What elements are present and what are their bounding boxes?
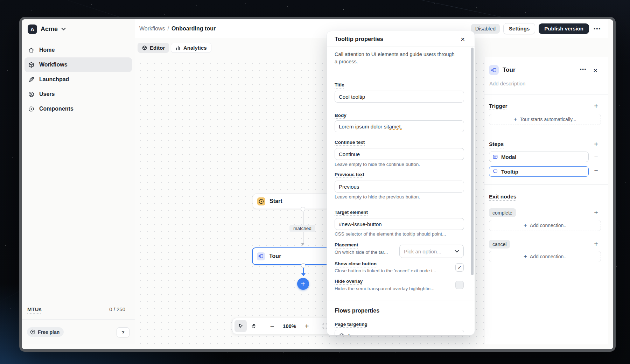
continue-input[interactable]: Continue: [335, 148, 464, 160]
target-help: CSS selector of the element the tooltip …: [335, 231, 465, 237]
breadcrumb-current: Onboarding tour: [172, 26, 216, 32]
title-input[interactable]: Cool tooltip: [335, 91, 464, 103]
modal-scrollbar[interactable]: [471, 48, 474, 275]
edge-arrowhead: [301, 243, 304, 246]
add-step-button[interactable]: +: [592, 140, 600, 148]
zoom-in-button[interactable]: +: [301, 320, 313, 332]
add-exit-connection-button[interactable]: +: [592, 240, 600, 248]
panel-close-button[interactable]: ×: [593, 66, 597, 74]
add-connection-button[interactable]: + Add connection..: [489, 220, 601, 231]
help-button[interactable]: ?: [117, 327, 130, 337]
node-start[interactable]: Start: [253, 194, 338, 209]
node-tour[interactable]: Tour: [252, 247, 338, 265]
tab-analytics-label: Analytics: [183, 45, 207, 51]
node-output-port[interactable]: [301, 263, 306, 268]
step-item-modal[interactable]: Modal: [489, 152, 589, 162]
panel-overflow-button[interactable]: ⋯: [579, 66, 587, 73]
continue-field-label: Continue text: [335, 140, 365, 145]
home-icon: [28, 47, 35, 54]
steps-heading: Steps: [489, 141, 504, 147]
chevron-down-icon: [455, 250, 459, 253]
add-description-field[interactable]: Add description: [489, 80, 525, 86]
page-targeting-input[interactable]: Any page: [335, 330, 464, 335]
free-plan-label: Free plan: [38, 329, 59, 335]
overflow-menu-button[interactable]: ⋯: [593, 25, 602, 32]
sidebar-item-label: Home: [39, 47, 55, 53]
divider: [22, 319, 135, 320]
target-field-label: Target element: [335, 210, 368, 215]
modal-close-button[interactable]: ×: [461, 35, 465, 43]
hide-overlay-checkbox[interactable]: [455, 281, 464, 289]
app-window: A Acme Home Workflows Launchpad Users: [19, 17, 616, 352]
previous-help: Leave empty to hide the previous button.: [335, 194, 465, 200]
step-item-tooltip[interactable]: Tooltip: [489, 166, 589, 177]
toolbar-divider: [316, 322, 316, 330]
plus-icon: +: [524, 222, 527, 229]
play-icon: [258, 198, 264, 204]
mtus-label: MTUs: [27, 306, 42, 312]
publish-version-button[interactable]: Publish version: [539, 23, 589, 34]
placement-field-label: Placement: [335, 242, 358, 247]
status-badge[interactable]: Disabled: [471, 24, 500, 34]
trigger-empty-button[interactable]: + Tour starts automatically...: [489, 114, 601, 125]
sidebar-item-launchpad[interactable]: Launchpad: [24, 72, 132, 87]
zoom-level: 100%: [279, 323, 300, 329]
select-tool-button[interactable]: [234, 320, 247, 332]
show-close-help: Close button is linked to the 'cancel' e…: [335, 268, 450, 273]
free-plan-badge[interactable]: Free plan: [27, 327, 64, 337]
pan-tool-button[interactable]: [248, 320, 260, 332]
show-close-checkbox[interactable]: ✓: [455, 263, 464, 272]
tour-icon: [258, 253, 264, 259]
sidebar-item-workflows[interactable]: Workflows: [24, 57, 132, 72]
sidebar-item-label: Components: [39, 106, 74, 112]
components-icon: [28, 106, 35, 112]
divider: [484, 184, 608, 185]
node-output-port[interactable]: [301, 207, 305, 211]
help-label: ?: [121, 330, 125, 335]
toolbar-divider: [263, 322, 263, 330]
mtus-usage: MTUs 0 / 250: [27, 306, 125, 312]
sidebar-item-home[interactable]: Home: [24, 43, 132, 57]
add-trigger-button[interactable]: +: [592, 102, 600, 110]
sidebar-item-components[interactable]: Components: [24, 102, 132, 116]
hide-overlay-help: Hides the semi-transparent overlay highl…: [335, 286, 450, 291]
plus-icon: +: [513, 116, 517, 123]
panel-title-row: Tour: [489, 65, 516, 75]
exit-node-complete: complete: [489, 208, 516, 217]
tour-icon-badge: [489, 65, 499, 75]
chevron-down-icon: [61, 28, 66, 31]
status-badge-label: Disabled: [475, 26, 496, 31]
title-field-label: Title: [335, 82, 344, 88]
add-connection-button[interactable]: + Add connection..: [489, 251, 601, 262]
sidebar-item-users[interactable]: Users: [24, 87, 132, 102]
user-circle-icon: [28, 91, 35, 98]
exit-node-cancel: cancel: [489, 240, 510, 248]
add-node-button[interactable]: +: [297, 278, 309, 290]
remove-step-button[interactable]: −: [592, 152, 600, 160]
remove-step-button[interactable]: −: [592, 167, 600, 175]
target-input[interactable]: #new-issue-button: [335, 218, 464, 230]
workspace-switcher[interactable]: A Acme: [28, 24, 66, 34]
settings-button[interactable]: Settings: [503, 23, 535, 34]
title-value: Cool tooltip: [339, 94, 365, 100]
previous-input[interactable]: Previous: [335, 181, 464, 192]
page-targeting-label: Page targeting: [335, 322, 368, 327]
pending-edge-arrowhead: [301, 273, 306, 276]
sidebar-item-label: Workflows: [39, 62, 68, 68]
breadcrumb-section[interactable]: Workflows: [139, 26, 165, 32]
modal-icon: [492, 154, 498, 160]
step-label: Tooltip: [501, 169, 518, 175]
placement-select[interactable]: Pick an option...: [399, 245, 464, 258]
body-input[interactable]: Lorem ipsum dolor sit amet.: [335, 120, 464, 132]
edge-label: matched: [289, 225, 315, 232]
tab-analytics[interactable]: Analytics: [171, 43, 211, 53]
step-label: Modal: [501, 154, 516, 160]
panel-title: Tour: [503, 66, 516, 74]
upgrade-arrow-icon: [30, 329, 36, 335]
mtus-value: 0 / 250: [109, 306, 125, 312]
add-exit-connection-button[interactable]: +: [592, 209, 600, 216]
tab-editor[interactable]: Editor: [138, 43, 169, 53]
modal-title: Tooltip properties: [335, 36, 383, 42]
publish-label: Publish version: [544, 26, 583, 31]
zoom-out-button[interactable]: −: [266, 320, 278, 332]
